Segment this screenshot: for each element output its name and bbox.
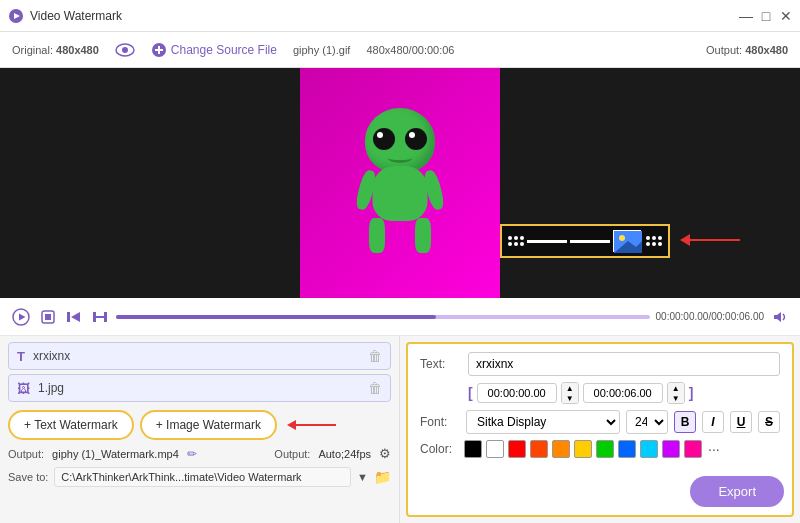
original-value: 480x480: [56, 44, 99, 56]
color-yellow[interactable]: [574, 440, 592, 458]
play-button[interactable]: [10, 306, 32, 328]
svg-rect-18: [96, 316, 104, 318]
bold-button[interactable]: B: [674, 411, 696, 433]
prev-frame-button[interactable]: [64, 307, 84, 327]
svg-rect-16: [93, 312, 96, 322]
output-edit-button[interactable]: ✏: [187, 447, 197, 461]
file-info: 480x480/00:00:06: [366, 44, 454, 56]
font-select[interactable]: Sitka Display: [466, 410, 620, 434]
arrow-line: [690, 239, 740, 241]
export-button[interactable]: Export: [690, 476, 784, 507]
video-preview: [0, 68, 800, 298]
svg-point-8: [619, 235, 625, 241]
output-settings-button[interactable]: ⚙: [379, 446, 391, 461]
top-toolbar: Original: 480x480 Change Source File gip…: [0, 32, 800, 68]
watermark-item-image[interactable]: 🖼 1.jpg 🗑: [8, 374, 391, 402]
color-pink[interactable]: [684, 440, 702, 458]
maximize-button[interactable]: □: [760, 10, 772, 22]
properties-panel: Text: [ ▲ ▼ ▲ ▼ ]: [406, 342, 794, 517]
add-text-watermark-button[interactable]: + Text Watermark: [8, 410, 134, 440]
color-black[interactable]: [464, 440, 482, 458]
add-image-label: + Image Watermark: [156, 418, 261, 432]
text-prop-input[interactable]: [468, 352, 780, 376]
app-logo: [8, 8, 24, 24]
watermark-item-text[interactable]: T xrxixnx 🗑: [8, 342, 391, 370]
volume-icon: [772, 309, 788, 325]
time-start-input[interactable]: [477, 383, 557, 403]
clip-button[interactable]: [90, 307, 110, 327]
watermark-text-line: [527, 240, 567, 243]
output-value2: Auto;24fps: [318, 448, 371, 460]
add-image-watermark-button[interactable]: + Image Watermark: [140, 410, 277, 440]
time-end-down[interactable]: ▼: [668, 393, 684, 403]
watermark-dots-right: [646, 236, 662, 246]
strikethrough-button[interactable]: S: [758, 411, 780, 433]
alien-eye-right: [405, 128, 427, 150]
time-start-up[interactable]: ▲: [562, 383, 578, 393]
add-buttons-row: + Text Watermark + Image Watermark: [8, 410, 391, 440]
path-folder-button[interactable]: 📁: [374, 469, 391, 485]
save-label: Save to:: [8, 471, 48, 483]
color-cyan[interactable]: [640, 440, 658, 458]
text-watermark-icon: T: [17, 349, 25, 364]
delete-image-watermark-button[interactable]: 🗑: [368, 380, 382, 396]
close-button[interactable]: ✕: [780, 10, 792, 22]
watermark-image-thumb: [613, 230, 641, 252]
color-blue[interactable]: [618, 440, 636, 458]
watermark-dots: [508, 236, 524, 246]
underline-button[interactable]: U: [730, 411, 752, 433]
main-content: T xrxixnx 🗑 🖼 1.jpg 🗑 + Text Watermark +…: [0, 336, 800, 523]
svg-rect-14: [67, 312, 70, 322]
output-value: 480x480: [745, 44, 788, 56]
time-current: 00:00:00.00: [656, 311, 709, 322]
color-orange[interactable]: [552, 440, 570, 458]
volume-button[interactable]: [770, 307, 790, 327]
alien-leg-right: [415, 218, 431, 253]
output-label1: Output:: [8, 448, 44, 460]
arrow-head: [680, 234, 690, 246]
progress-bar[interactable]: [116, 315, 650, 319]
text-property-row: Text:: [420, 352, 780, 376]
svg-rect-13: [45, 314, 51, 320]
delete-text-watermark-button[interactable]: 🗑: [368, 348, 382, 364]
prev-icon: [66, 309, 82, 325]
output-value1: giphy (1)_Watermark.mp4: [52, 448, 179, 460]
color-red[interactable]: [508, 440, 526, 458]
color-more-button[interactable]: ···: [708, 441, 720, 457]
alien-figure: [355, 108, 445, 258]
time-range-row: [ ▲ ▼ ▲ ▼ ]: [420, 382, 780, 404]
image-watermark-icon: 🖼: [17, 381, 30, 396]
time-end-up[interactable]: ▲: [668, 383, 684, 393]
color-orange-red[interactable]: [530, 440, 548, 458]
watermark-preview-overlay[interactable]: [500, 224, 670, 258]
color-label: Color:: [420, 442, 460, 456]
watermark-text-line2: [570, 240, 610, 243]
time-end-input[interactable]: [583, 383, 663, 403]
svg-marker-11: [19, 313, 26, 320]
text-watermark-label: xrxixnx: [33, 349, 360, 363]
play-icon: [12, 308, 30, 326]
font-label: Font:: [420, 415, 460, 429]
eye-icon[interactable]: [115, 40, 135, 60]
path-dropdown-button[interactable]: ▼: [357, 471, 368, 483]
clip-icon: [92, 309, 108, 325]
color-green[interactable]: [596, 440, 614, 458]
time-display: 00:00:00.00/00:00:06.00: [656, 311, 764, 322]
stop-icon: [40, 309, 56, 325]
size-select[interactable]: 24: [626, 410, 668, 434]
video-preview-area: [0, 68, 800, 298]
minimize-button[interactable]: —: [740, 10, 752, 22]
time-end-spin: ▲ ▼: [667, 382, 685, 404]
color-white[interactable]: [486, 440, 504, 458]
color-purple[interactable]: [662, 440, 680, 458]
italic-button[interactable]: I: [702, 411, 724, 433]
alien-smile: [388, 153, 412, 163]
stop-button[interactable]: [38, 307, 58, 327]
output-label: Output: 480x480: [706, 44, 788, 56]
change-source-button[interactable]: Change Source File: [151, 42, 277, 58]
svg-marker-19: [774, 312, 781, 322]
time-inputs: [ ▲ ▼ ▲ ▼ ]: [468, 382, 780, 404]
svg-point-3: [122, 47, 128, 53]
time-start-down[interactable]: ▼: [562, 393, 578, 403]
playback-controls: 00:00:00.00/00:00:06.00: [0, 298, 800, 336]
